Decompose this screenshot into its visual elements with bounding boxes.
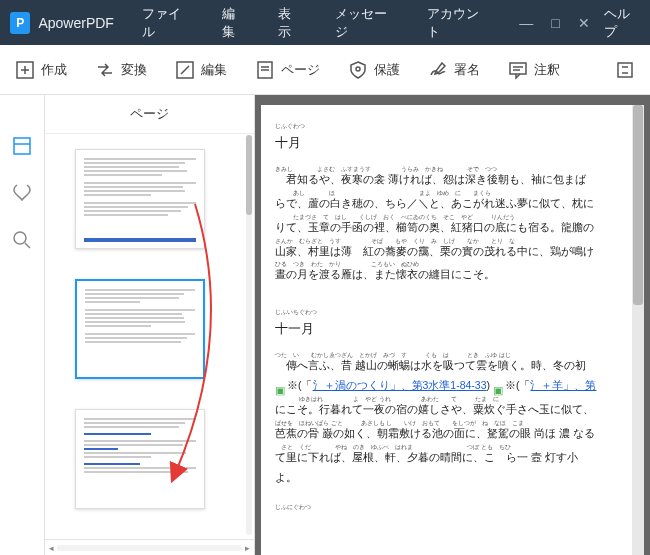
svg-rect-11 [618, 63, 632, 77]
menu-account[interactable]: アカウント [427, 5, 487, 41]
minimize-icon[interactable]: — [519, 15, 533, 31]
tool-icon [615, 60, 635, 80]
paragraph-1: きみし よさむ ふすまうす うらみ かきね そで つつ 君知るや、夜寒の衾 薄け… [275, 166, 618, 286]
page-thumb-2[interactable] [75, 279, 205, 379]
heading-ruby-3: じふにぐわつ [275, 504, 618, 510]
create-label: 作成 [41, 61, 67, 79]
page-thumb-1[interactable] [75, 149, 205, 249]
create-button[interactable]: 作成 [15, 60, 67, 80]
doc-scrollbar-thumb[interactable] [633, 105, 643, 305]
edit-button[interactable]: 編集 [175, 60, 227, 80]
edit-icon [175, 60, 195, 80]
page-label: ページ [281, 61, 320, 79]
annotate-label: 注釈 [534, 61, 560, 79]
maximize-icon[interactable]: □ [551, 15, 559, 31]
heading-1: 十月 [275, 131, 618, 156]
heading-ruby-2: じふいちぐわつ [275, 309, 618, 315]
menu-view[interactable]: 表示 [278, 5, 302, 41]
search-tab-icon[interactable] [11, 229, 33, 251]
toolbar: 作成 変換 編集 ページ 保護 署名 注釈 [0, 45, 650, 95]
plus-square-icon [15, 60, 35, 80]
main-area: ページ [0, 95, 650, 555]
thumbnail-header: ページ [45, 95, 254, 134]
bookmarks-tab-icon[interactable] [11, 182, 33, 204]
heading-2: 十一月 [275, 317, 618, 342]
annotate-button[interactable]: 注釈 [508, 60, 560, 80]
doc-scrollbar[interactable] [632, 105, 644, 555]
heading-ruby: じふぐわつ [275, 123, 618, 129]
svg-rect-8 [510, 63, 526, 74]
paragraph-2: つた い むかしゑつざん とかげ みづ す くも は とき ふゆ はじ 傳へ言ふ… [275, 352, 618, 488]
edit-label: 編集 [201, 61, 227, 79]
convert-label: 変換 [121, 61, 147, 79]
protect-button[interactable]: 保護 [348, 60, 400, 80]
svg-rect-14 [14, 138, 30, 154]
convert-button[interactable]: 変換 [95, 60, 147, 80]
thumb-hscroll[interactable]: ◂▸ [45, 539, 254, 555]
shield-icon [348, 60, 368, 80]
sign-button[interactable]: 署名 [428, 60, 480, 80]
thumb-scrollbar-thumb[interactable] [246, 135, 252, 215]
menu-file[interactable]: ファイル [142, 5, 190, 41]
missing-glyph-icon [493, 380, 505, 392]
comment-icon [508, 60, 528, 80]
sign-icon [428, 60, 448, 80]
thumbnail-panel: ページ [45, 95, 255, 555]
protect-label: 保護 [374, 61, 400, 79]
svg-point-7 [356, 67, 360, 71]
sign-label: 署名 [454, 61, 480, 79]
app-name: ApowerPDF [38, 15, 113, 31]
document-area: じふぐわつ 十月 きみし よさむ ふすまうす うらみ かきね そで つつ 君知る… [255, 95, 650, 555]
title-bar: P ApowerPDF ファイル 編集 表示 メッセージ アカウント — □ ✕… [0, 0, 650, 45]
menu-edit[interactable]: 編集 [222, 5, 246, 41]
side-rail [0, 95, 45, 555]
page-button[interactable]: ページ [255, 60, 320, 80]
document-page[interactable]: じふぐわつ 十月 きみし よさむ ふすまうす うらみ かきね そで つつ 君知る… [261, 105, 632, 555]
svg-point-16 [14, 232, 26, 244]
thumbnail-list[interactable] [45, 134, 254, 539]
page-thumb-3[interactable] [75, 409, 205, 509]
window-controls: — □ ✕ [519, 15, 589, 31]
close-icon[interactable]: ✕ [578, 15, 590, 31]
menu-message[interactable]: メッセージ [335, 5, 395, 41]
convert-icon [95, 60, 115, 80]
page-icon [255, 60, 275, 80]
svg-line-17 [25, 243, 30, 248]
thumbnails-tab-icon[interactable] [11, 135, 33, 157]
missing-glyph-icon [275, 380, 287, 392]
app-logo: P [10, 12, 30, 34]
more-button[interactable] [615, 60, 635, 80]
menu-help[interactable]: ヘルプ [604, 5, 640, 41]
